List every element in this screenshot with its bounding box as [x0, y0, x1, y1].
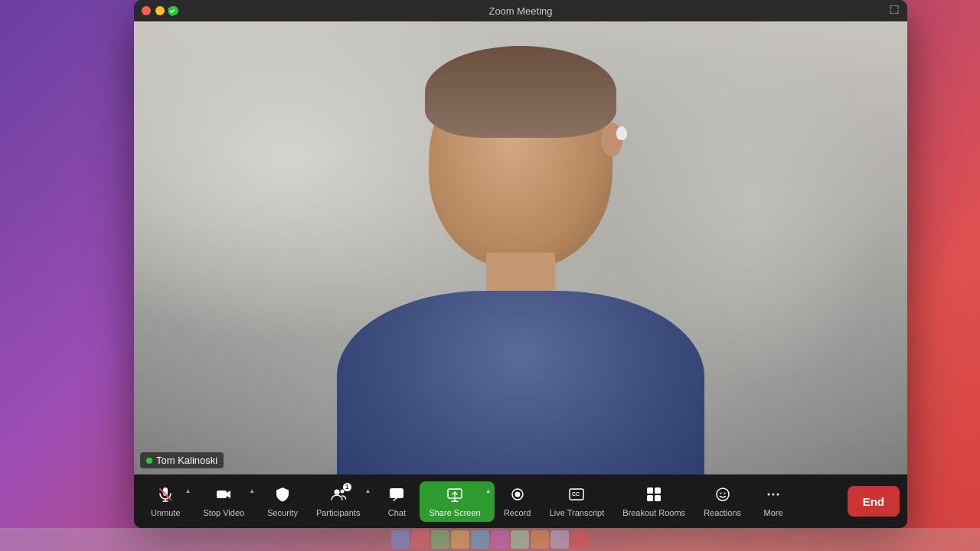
svg-rect-17	[655, 495, 661, 501]
more-label: More	[764, 508, 783, 517]
svg-rect-14	[647, 487, 653, 494]
breakout-rooms-button[interactable]: Breakout Rooms	[613, 481, 694, 522]
earbud	[616, 126, 627, 140]
dock-item[interactable]	[431, 530, 449, 549]
share-screen-button[interactable]: ▲ Share Screen	[420, 481, 494, 522]
share-screen-label: Share Screen	[429, 508, 480, 517]
svg-point-23	[777, 493, 779, 495]
svg-point-21	[768, 493, 770, 495]
svg-point-20	[724, 492, 725, 494]
toolbar: ▲ Unmute ▲	[134, 474, 907, 528]
hair	[425, 46, 616, 138]
dock-item[interactable]	[531, 530, 549, 549]
dock-item[interactable]	[391, 530, 410, 549]
video-person	[134, 21, 907, 474]
svg-point-19	[720, 492, 721, 494]
record-label: Record	[504, 508, 531, 517]
toolbar-items: ▲ Unmute ▲	[142, 481, 848, 522]
svg-point-5	[334, 489, 339, 494]
security-icon	[274, 486, 291, 506]
svg-rect-7	[390, 488, 403, 498]
window-title: Zoom Meeting	[488, 5, 552, 17]
svg-point-11	[514, 491, 520, 497]
svg-rect-4	[217, 491, 227, 498]
reactions-icon	[714, 486, 731, 506]
unmute-caret[interactable]: ▲	[185, 487, 191, 494]
dock-item[interactable]	[550, 530, 569, 549]
security-status-icon	[166, 5, 178, 17]
more-button[interactable]: More	[750, 481, 796, 522]
participants-button[interactable]: ▲ 1 Participants	[307, 481, 374, 522]
participants-count-badge: 1	[343, 483, 351, 491]
minimize-button[interactable]	[155, 6, 165, 15]
zoom-window: Zoom Meeting	[134, 0, 907, 528]
svg-point-18	[717, 488, 729, 500]
svg-rect-15	[655, 487, 661, 494]
end-button[interactable]: End	[848, 486, 900, 517]
participant-name: Tom Kalinoski	[156, 455, 217, 466]
security-label: Security	[267, 508, 298, 517]
security-button[interactable]: Security	[258, 481, 307, 522]
stop-video-caret[interactable]: ▲	[249, 487, 255, 494]
participants-label: Participants	[316, 508, 360, 517]
participant-label: Tom Kalinoski	[140, 452, 224, 468]
video-icon	[215, 486, 232, 506]
dock-item[interactable]	[491, 530, 509, 549]
mic-active-indicator	[146, 458, 152, 464]
svg-point-22	[773, 493, 775, 495]
svg-text:CC: CC	[572, 491, 580, 497]
dock-item[interactable]	[511, 530, 529, 549]
dock-item[interactable]	[570, 530, 589, 549]
live-transcript-button[interactable]: CC Live Transcript	[541, 481, 614, 522]
record-button[interactable]: Record	[495, 481, 541, 522]
participants-icon: 1	[330, 486, 347, 506]
breakout-rooms-label: Breakout Rooms	[622, 508, 685, 517]
chat-icon	[388, 486, 405, 506]
close-button[interactable]	[142, 6, 151, 15]
svg-rect-16	[647, 495, 653, 501]
macos-dock	[0, 528, 980, 551]
live-transcript-label: Live Transcript	[550, 508, 605, 517]
share-screen-caret[interactable]: ▲	[485, 487, 492, 494]
dock-item[interactable]	[471, 530, 489, 549]
unmute-button[interactable]: ▲ Unmute	[142, 481, 194, 522]
dock-item[interactable]	[451, 530, 469, 549]
video-area: Tom Kalinoski	[134, 21, 907, 474]
unmute-label: Unmute	[151, 508, 181, 517]
mic-icon	[157, 486, 174, 506]
stop-video-button[interactable]: ▲ Stop Video	[194, 481, 259, 522]
body-shirt	[337, 291, 704, 474]
chat-label: Chat	[388, 508, 406, 517]
breakout-rooms-icon	[645, 486, 662, 506]
expand-icon[interactable]	[889, 5, 900, 18]
record-icon	[509, 486, 526, 506]
live-transcript-icon: CC	[568, 486, 585, 506]
share-screen-icon	[446, 486, 463, 506]
reactions-label: Reactions	[704, 508, 741, 517]
more-icon	[765, 486, 782, 506]
title-bar: Zoom Meeting	[134, 0, 907, 21]
stop-video-label: Stop Video	[204, 508, 245, 517]
chat-button[interactable]: Chat	[374, 481, 420, 522]
person-silhouette	[253, 31, 789, 474]
reactions-button[interactable]: Reactions	[694, 481, 750, 522]
dock-item[interactable]	[411, 530, 430, 549]
participants-caret[interactable]: ▲	[364, 487, 371, 494]
